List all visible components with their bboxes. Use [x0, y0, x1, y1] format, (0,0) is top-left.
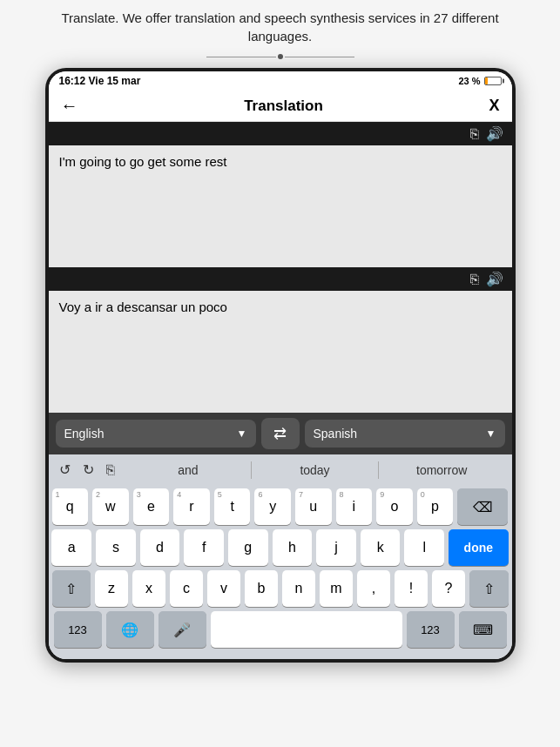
shift-right-icon: ⇧ — [483, 581, 495, 597]
shift-key[interactable]: ⇧ — [52, 570, 91, 607]
keyboard-row-bottom: 123 🌐 🎤 123 ⌨ — [52, 611, 509, 648]
key-e[interactable]: 3e — [133, 488, 170, 525]
shift-right-key[interactable]: ⇧ — [469, 570, 509, 607]
key-r[interactable]: 4r — [173, 488, 210, 525]
key-g[interactable]: g — [228, 529, 268, 566]
shift-icon: ⇧ — [65, 581, 77, 597]
target-copy-icon[interactable]: ⎘ — [470, 272, 479, 287]
keyboard-hide-key[interactable]: ⌨ — [459, 611, 507, 648]
numbers-key[interactable]: 123 — [54, 611, 102, 648]
keyboard-row-1: 1q 2w 3e 4r 5t 6y 7u 8i 9o 0p ⌫ — [52, 488, 509, 525]
key-exclaim[interactable]: ! — [395, 570, 428, 607]
key-w[interactable]: 2w — [92, 488, 129, 525]
key-h[interactable]: h — [273, 529, 313, 566]
key-s[interactable]: s — [96, 529, 136, 566]
battery-icon — [484, 77, 502, 85]
language-bar: English ▼ ⇄ Spanish ▼ — [49, 413, 512, 454]
ipad-frame: 16:12 Vie 15 mar 23 % ← Translation X ⎘ … — [45, 68, 516, 663]
status-right: 23 % — [458, 76, 501, 86]
key-comma[interactable]: , — [357, 570, 390, 607]
microphone-key[interactable]: 🎤 — [159, 611, 206, 648]
copy-all-button[interactable]: ⎘ — [103, 460, 118, 480]
key-x[interactable]: x — [132, 570, 165, 607]
status-bar: 16:12 Vie 15 mar 23 % — [49, 71, 512, 91]
key-c[interactable]: c — [170, 570, 203, 607]
nav-title: Translation — [244, 98, 323, 115]
key-b[interactable]: b — [245, 570, 278, 607]
ipad-screen: 16:12 Vie 15 mar 23 % ← Translation X ⎘ … — [49, 71, 512, 659]
key-p[interactable]: 0p — [417, 488, 454, 525]
source-text[interactable]: I'm going to go get some rest — [49, 145, 512, 267]
key-u[interactable]: 7u — [295, 488, 332, 525]
suggestion-bar: ↺ ↻ ⎘ and today tomorrow — [49, 454, 512, 485]
suggestion-actions: ↺ ↻ ⎘ — [56, 460, 118, 480]
page-description: Translate. We offer translation and spee… — [28, 9, 533, 45]
keyboard-row-3: ⇧ z x c v b n m , ! ? ⇧ — [52, 570, 509, 607]
target-chevron-down-icon: ▼ — [486, 427, 496, 440]
keyboard: 1q 2w 3e 4r 5t 6y 7u 8i 9o 0p ⌫ a s d f … — [49, 485, 512, 659]
backspace-key[interactable]: ⌫ — [457, 488, 508, 525]
key-f[interactable]: f — [184, 529, 224, 566]
target-language-label: Spanish — [314, 427, 358, 441]
source-language-label: English — [64, 427, 105, 441]
suggestion-word-1[interactable]: and — [125, 461, 253, 479]
nav-bar: ← Translation X — [49, 91, 512, 122]
keyboard-row-2: a s d f g h j k l done — [52, 529, 509, 566]
key-j[interactable]: j — [316, 529, 356, 566]
key-y[interactable]: 6y — [254, 488, 291, 525]
key-d[interactable]: d — [140, 529, 180, 566]
key-v[interactable]: v — [207, 570, 240, 607]
key-a[interactable]: a — [51, 529, 91, 566]
undo-button[interactable]: ↺ — [56, 460, 74, 480]
key-z[interactable]: z — [95, 570, 128, 607]
key-t[interactable]: 5t — [214, 488, 251, 525]
target-language-select[interactable]: Spanish ▼ — [305, 420, 505, 448]
close-button[interactable]: X — [489, 97, 499, 115]
key-question[interactable]: ? — [432, 570, 465, 607]
target-speaker-icon[interactable]: 🔊 — [486, 271, 503, 287]
suggestion-word-2[interactable]: today — [252, 461, 379, 479]
swap-icon: ⇄ — [273, 424, 287, 443]
key-q[interactable]: 1q — [52, 488, 89, 525]
numbers-right-key[interactable]: 123 — [407, 611, 455, 648]
source-language-select[interactable]: English ▼ — [56, 420, 256, 448]
swap-languages-button[interactable]: ⇄ — [261, 418, 300, 449]
source-chevron-down-icon: ▼ — [237, 427, 247, 440]
battery-percent: 23 % — [458, 76, 480, 86]
key-i[interactable]: 8i — [336, 488, 373, 525]
status-time: 16:12 Vie 15 mar — [59, 75, 141, 87]
target-toolbar: ⎘ 🔊 — [49, 267, 512, 291]
target-text: Voy a ir a descansar un poco — [49, 291, 512, 413]
key-o[interactable]: 9o — [376, 488, 413, 525]
key-n[interactable]: n — [282, 570, 315, 607]
suggestion-words: and today tomorrow — [125, 461, 505, 479]
dot-divider — [206, 54, 354, 59]
globe-key[interactable]: 🌐 — [106, 611, 154, 648]
source-speaker-icon[interactable]: 🔊 — [486, 125, 503, 142]
source-toolbar: ⎘ 🔊 — [49, 122, 512, 145]
redo-button[interactable]: ↻ — [79, 460, 98, 480]
suggestion-word-3[interactable]: tomorrow — [379, 461, 505, 479]
key-k[interactable]: k — [361, 529, 401, 566]
source-translation-area: ⎘ 🔊 I'm going to go get some rest — [49, 122, 512, 267]
done-key[interactable]: done — [449, 529, 508, 566]
back-button[interactable]: ← — [61, 96, 78, 116]
key-l[interactable]: l — [404, 529, 444, 566]
source-copy-icon[interactable]: ⎘ — [470, 126, 479, 142]
target-translation-area: ⎘ 🔊 Voy a ir a descansar un poco — [49, 267, 512, 413]
space-key[interactable] — [211, 611, 402, 648]
key-m[interactable]: m — [320, 570, 353, 607]
